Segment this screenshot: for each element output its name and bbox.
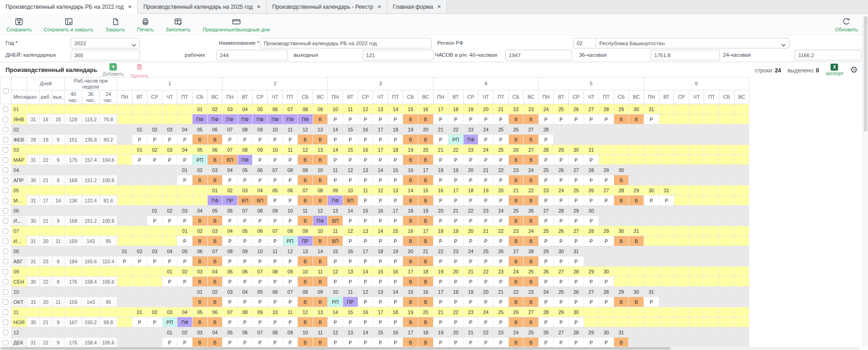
day-code-cell[interactable]: Р <box>433 236 448 246</box>
day-number-cell[interactable] <box>734 125 749 135</box>
day-number-cell[interactable]: 25 <box>538 226 554 236</box>
day-code-cell[interactable]: Р <box>538 236 554 246</box>
day-code-cell[interactable] <box>147 297 163 307</box>
day-code-cell[interactable]: Р <box>494 277 509 287</box>
day-code-cell[interactable]: Р <box>554 236 569 246</box>
day-code-cell[interactable]: В <box>192 297 207 307</box>
day-number-cell[interactable] <box>704 165 719 175</box>
day-code-cell[interactable]: В <box>207 175 223 185</box>
day-number-cell[interactable]: 16 <box>388 267 403 277</box>
day-number-cell[interactable]: 04 <box>177 125 193 135</box>
day-code-cell[interactable] <box>719 277 735 287</box>
day-number-cell[interactable]: 08 <box>298 287 313 297</box>
day-number-cell[interactable]: 24 <box>524 226 539 236</box>
day-number-cell[interactable]: 05 <box>223 327 238 338</box>
stat-cell[interactable] <box>27 267 40 277</box>
day-code-cell[interactable]: Р <box>538 277 554 287</box>
stat-cell[interactable]: 176 <box>65 338 82 348</box>
day-code-cell[interactable]: В <box>403 175 418 185</box>
day-code-cell[interactable] <box>162 297 177 307</box>
day-number-cell[interactable]: 31 <box>569 246 584 256</box>
day-code-cell[interactable] <box>674 236 689 246</box>
day-code-cell[interactable] <box>644 135 659 145</box>
day-code-cell[interactable] <box>689 114 704 125</box>
day-number-cell[interactable] <box>162 287 177 297</box>
day-code-cell[interactable]: Р <box>177 236 193 246</box>
day-number-cell[interactable] <box>132 226 147 236</box>
day-number-cell[interactable]: 22 <box>478 327 494 338</box>
day-code-cell[interactable]: В <box>524 175 539 185</box>
day-code-cell[interactable] <box>644 277 659 287</box>
day-number-cell[interactable]: 26 <box>494 246 509 256</box>
day-number-cell[interactable]: 19 <box>478 185 494 196</box>
save-close-button[interactable]: Сохранить и закрыть <box>44 17 94 32</box>
day-code-cell[interactable] <box>734 297 749 307</box>
day-number-cell[interactable] <box>674 307 689 317</box>
day-number-cell[interactable] <box>614 307 629 317</box>
stat-cell[interactable] <box>82 185 100 196</box>
day-code-cell[interactable]: РП <box>283 236 298 246</box>
month-number-cell[interactable]: 06 <box>12 206 27 216</box>
day-number-cell[interactable]: 03 <box>192 267 207 277</box>
day-number-cell[interactable] <box>614 145 629 155</box>
day-number-cell[interactable] <box>719 246 735 256</box>
day-code-cell[interactable]: Р <box>328 135 343 145</box>
day-code-cell[interactable]: Р <box>147 256 163 267</box>
day-code-cell[interactable]: В <box>313 175 328 185</box>
day-code-cell[interactable]: Р <box>584 216 599 226</box>
stat-cell[interactable]: 95 <box>100 236 117 246</box>
day-code-cell[interactable]: Р <box>147 216 163 226</box>
day-code-cell[interactable]: Р <box>223 297 238 307</box>
day-code-cell[interactable]: Р <box>283 317 298 327</box>
day-code-cell[interactable] <box>689 256 704 267</box>
day-number-cell[interactable]: 22 <box>524 185 539 196</box>
stat-cell[interactable] <box>52 104 65 114</box>
day-number-cell[interactable] <box>599 145 614 155</box>
row-checkbox-cell[interactable] <box>0 307 12 317</box>
day-number-cell[interactable]: 18 <box>388 307 403 317</box>
day-number-cell[interactable] <box>629 246 644 256</box>
day-number-cell[interactable] <box>689 327 704 338</box>
day-code-cell[interactable]: Р <box>343 277 358 287</box>
day-code-cell[interactable]: В <box>192 216 207 226</box>
day-code-cell[interactable]: Р <box>538 216 554 226</box>
day-code-cell[interactable] <box>674 216 689 226</box>
day-number-cell[interactable]: 14 <box>358 267 373 277</box>
day-number-cell[interactable]: 25 <box>524 327 539 338</box>
day-code-cell[interactable]: ПФ <box>313 216 328 226</box>
day-code-cell[interactable]: Р <box>328 155 343 165</box>
day-number-cell[interactable]: 18 <box>433 226 448 236</box>
day-code-cell[interactable] <box>674 175 689 185</box>
stat-cell[interactable]: 20 <box>40 297 52 307</box>
day-number-cell[interactable]: 20 <box>478 287 494 297</box>
day-code-cell[interactable]: В <box>418 135 433 145</box>
day-code-cell[interactable]: Р <box>268 277 283 287</box>
row-checkbox-cell[interactable] <box>0 145 12 155</box>
day-code-cell[interactable]: В <box>313 196 328 206</box>
day-code-cell[interactable]: Р <box>584 196 599 206</box>
row-checkbox[interactable] <box>3 208 8 214</box>
day-code-cell[interactable]: Р <box>343 135 358 145</box>
day-code-cell[interactable] <box>719 155 735 165</box>
day-number-cell[interactable] <box>177 104 193 114</box>
day-code-cell[interactable]: В <box>207 338 223 348</box>
day-number-cell[interactable]: 27 <box>584 287 599 297</box>
day-number-cell[interactable] <box>704 307 719 317</box>
day-number-cell[interactable]: 23 <box>463 145 478 155</box>
stat-cell[interactable]: 158.4 <box>82 277 100 287</box>
day-code-cell[interactable]: В <box>614 236 629 246</box>
day-number-cell[interactable]: 11 <box>313 327 328 338</box>
day-code-cell[interactable]: Р <box>554 216 569 226</box>
delete-row-button[interactable]: Удалить <box>130 63 149 78</box>
month-number-cell[interactable]: 03 <box>12 145 27 155</box>
day-code-cell[interactable]: Р <box>599 297 614 307</box>
day-code-cell[interactable]: Р <box>268 216 283 226</box>
day-number-cell[interactable]: 09 <box>283 267 298 277</box>
day-code-cell[interactable]: Р <box>584 175 599 185</box>
day-code-cell[interactable]: В <box>524 256 539 267</box>
day-code-cell[interactable]: В <box>298 196 313 206</box>
stat-cell[interactable] <box>52 145 65 155</box>
day-number-cell[interactable] <box>659 226 674 236</box>
day-number-cell[interactable] <box>644 145 659 155</box>
day-number-cell[interactable]: 08 <box>237 125 253 135</box>
